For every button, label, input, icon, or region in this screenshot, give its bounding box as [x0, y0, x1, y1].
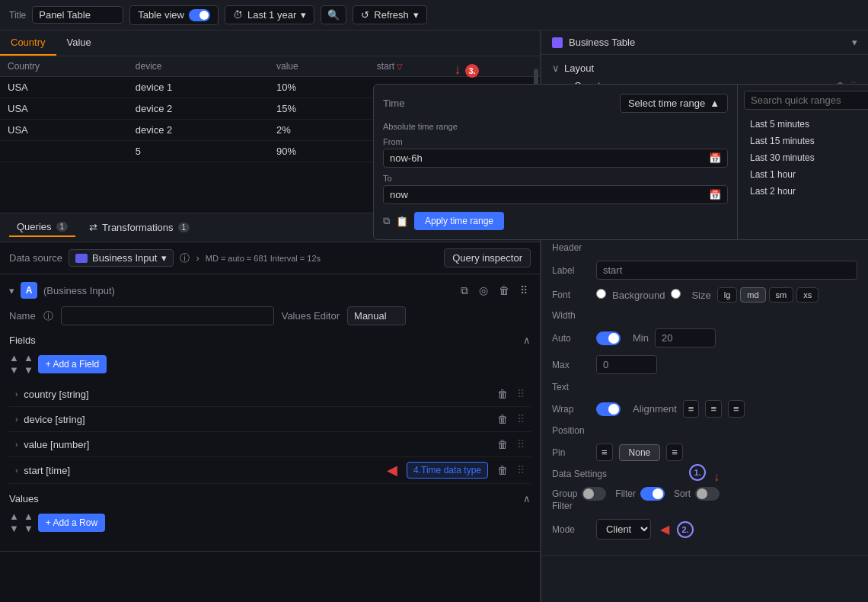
quick-range-5min[interactable]: Last 5 minutes	[744, 116, 868, 133]
tab-value[interactable]: Value	[56, 30, 102, 56]
quick-range-search[interactable]	[744, 91, 868, 110]
min-label: Min	[633, 332, 649, 344]
name-help-icon[interactable]: ⓘ	[43, 309, 53, 323]
values-editor-select[interactable]: Manual	[347, 306, 406, 325]
abs-range-title: Absolute time range	[383, 122, 728, 131]
delete-field-device-button[interactable]: 🗑	[494, 411, 511, 427]
zoom-button[interactable]: 🔍	[321, 5, 346, 24]
transform-icon: ⇄	[89, 222, 97, 233]
delete-block-button[interactable]: 🗑	[496, 283, 512, 299]
header-label-input[interactable]	[596, 261, 857, 280]
add-field-button[interactable]: + Add a Field	[38, 355, 107, 373]
min-input[interactable]	[655, 328, 716, 347]
tab-transformations[interactable]: ⇄ Transformations 1	[81, 219, 197, 236]
time-range-button[interactable]: ⏱ Last 1 year ▾	[225, 5, 314, 24]
tab-country[interactable]: Country	[0, 30, 56, 56]
apply-time-button[interactable]: Apply time range	[414, 212, 504, 230]
query-area: Queries 1 ⇄ Transformations 1 Data sourc…	[0, 213, 540, 602]
help-icon[interactable]: ⓘ	[180, 251, 190, 265]
drag-field-country-handle[interactable]: ⠿	[517, 388, 525, 400]
values-section: Values ∧ ▲▼ ▲▼ + Add a Row	[9, 493, 531, 534]
filter-toggle[interactable]	[640, 487, 665, 501]
quick-range-15min[interactable]: Last 15 minutes	[744, 133, 868, 149]
pin-right-button[interactable]: ≡	[666, 443, 683, 461]
datasource-icon	[75, 254, 88, 263]
bg-radio-input[interactable]	[671, 289, 681, 299]
field-row-country[interactable]: › country [string] 🗑 ⠿	[9, 382, 531, 407]
quick-range-30min[interactable]: Last 30 minutes	[744, 149, 868, 166]
add-row-button[interactable]: + Add a Row	[38, 514, 105, 532]
quick-range-1h[interactable]: Last 1 hour	[744, 166, 868, 183]
copy-block-button[interactable]: ⧉	[458, 283, 471, 299]
queries-badge: 1	[56, 222, 69, 232]
time-select-label: Time	[383, 98, 404, 109]
field-row-device[interactable]: › device [string] 🗑 ⠿	[9, 407, 531, 432]
max-input[interactable]	[596, 355, 657, 374]
time-select-dropdown[interactable]: Select time range ▲	[620, 94, 728, 113]
table-view-button[interactable]: Table view	[129, 5, 219, 25]
drag-block-handle[interactable]: ⠿	[517, 283, 531, 299]
size-lg-button[interactable]: lg	[717, 287, 738, 303]
time-range-popover: Time Select time range ▲ Absolute time r…	[373, 84, 868, 240]
table-tabs: Country Value	[0, 30, 540, 56]
name-input[interactable]	[61, 306, 274, 325]
collapse-icon[interactable]: ▾	[9, 285, 14, 296]
auto-toggle[interactable]	[596, 331, 621, 345]
field-row-start[interactable]: › start [time] ◀ 4.Time data type 🗑 ⠿	[9, 457, 531, 484]
calendar-to-icon[interactable]: 📅	[709, 189, 721, 200]
delete-field-country-button[interactable]: 🗑	[494, 386, 511, 402]
from-value: now-6h	[390, 152, 423, 164]
align-right-button[interactable]: ≡	[728, 400, 745, 418]
sort-arrows-2[interactable]: ▲▼	[24, 352, 34, 376]
paste-time-button[interactable]: 📋	[396, 216, 408, 227]
values-chevron-icon[interactable]: ∧	[523, 493, 531, 504]
size-xs-button[interactable]: xs	[796, 287, 819, 303]
tab-queries[interactable]: Queries 1	[9, 218, 75, 237]
sort-toggle[interactable]	[695, 487, 720, 501]
block-actions: ⧉ ◎ 🗑 ⠿	[458, 283, 531, 299]
align-center-button[interactable]: ≡	[705, 400, 722, 418]
size-md-button[interactable]: md	[740, 287, 765, 303]
quick-range-2h[interactable]: Last 2 hour	[744, 183, 868, 200]
mode-select[interactable]: Client	[596, 519, 651, 540]
table-view-toggle[interactable]	[189, 9, 210, 21]
title-input[interactable]	[32, 6, 123, 24]
delete-field-value-button[interactable]: 🗑	[494, 437, 511, 452]
values-editor-label: Values Editor	[282, 310, 340, 322]
fields-chevron-icon[interactable]: ∧	[523, 335, 531, 346]
drag-field-device-handle[interactable]: ⠿	[517, 413, 525, 425]
pin-none-button[interactable]: None	[619, 444, 661, 461]
datasource-name: Business Input	[92, 252, 157, 264]
wrap-toggle[interactable]	[596, 402, 621, 416]
field-name-start: start [time]	[24, 465, 378, 476]
size-sm-button[interactable]: sm	[769, 287, 794, 303]
font-radio	[596, 289, 606, 301]
font-radio-input[interactable]	[596, 289, 606, 299]
auto-label: Auto	[552, 333, 590, 344]
panel-chevron-icon[interactable]: ▾	[852, 37, 857, 48]
calendar-from-icon[interactable]: 📅	[709, 152, 721, 164]
drag-field-value-handle[interactable]: ⠿	[517, 438, 525, 450]
query-inspector-button[interactable]: Query inspector	[444, 248, 531, 267]
refresh-icon: ↺	[361, 9, 369, 21]
toggle-block-button[interactable]: ◎	[476, 283, 491, 299]
header-label-row: Label	[552, 261, 857, 280]
group-toggle[interactable]	[582, 487, 606, 501]
field-row-value[interactable]: › value [number] 🗑 ⠿	[9, 432, 531, 457]
pin-left-button[interactable]: ≡	[596, 443, 613, 461]
sort-arrows[interactable]: ▲▼	[9, 352, 19, 376]
to-input[interactable]: now 📅	[383, 185, 728, 204]
align-left-button[interactable]: ≡	[683, 400, 700, 418]
layout-chevron-icon[interactable]: ∨	[552, 62, 560, 74]
popover-left: Time Select time range ▲ Absolute time r…	[374, 85, 738, 239]
copy-time-button[interactable]: ⧉	[383, 215, 390, 227]
from-input[interactable]: now-6h 📅	[383, 149, 728, 168]
sort-arrows-values[interactable]: ▲▼	[9, 511, 19, 534]
background-label: Background	[612, 290, 665, 301]
sort-arrows-values-2[interactable]: ▲▼	[24, 511, 34, 534]
datasource-button[interactable]: Business Input ▾	[69, 249, 174, 267]
refresh-button[interactable]: ↺ Refresh ▾	[353, 5, 427, 24]
text-section: Text	[552, 382, 857, 392]
drag-field-start-handle[interactable]: ⠿	[517, 464, 525, 476]
delete-field-start-button[interactable]: 🗑	[494, 463, 511, 478]
